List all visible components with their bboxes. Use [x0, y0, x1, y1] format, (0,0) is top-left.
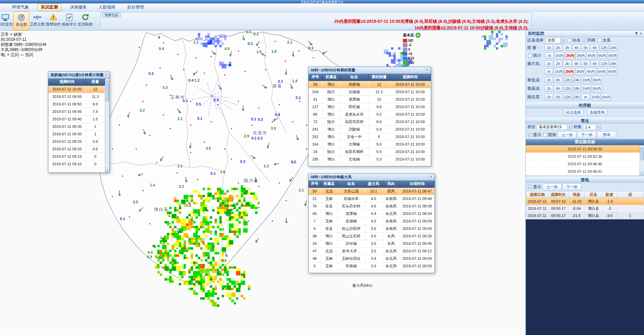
range-button-1h内[interactable]: 1h内: [581, 85, 591, 92]
radar-type-select[interactable]: 基本反射率19▼: [537, 124, 572, 130]
warning-tab[interactable]: 预警信息: [102, 13, 121, 18]
scrollbar[interactable]: ▲ ▼: [640, 145, 644, 175]
range-button-1h内[interactable]: 1h内: [581, 77, 591, 84]
table-row[interactable]: 58博白英桥镇122019-07-11 10:00: [309, 81, 431, 88]
table-row[interactable]: 2019-07-11 09:351: [48, 123, 105, 130]
checkbox-radar-show[interactable]: ✓显示: [528, 132, 541, 138]
range-button-24h[interactable]: 24h: [609, 61, 617, 67]
range-button-6h内[interactable]: 6h内: [592, 85, 602, 92]
direct-query-button[interactable]: 直接查询: [587, 109, 607, 116]
lightning-prev-button[interactable]: 上一张: [543, 183, 562, 190]
zoom-in-icon[interactable]: +: [415, 33, 421, 38]
range-button-6h[interactable]: 6h: [591, 61, 599, 67]
window-max-wind[interactable]: 08时~10时00分钟极大风 × 序号所属县站名极大风风向出现时间59北流大容山…: [308, 173, 435, 273]
table-row[interactable]: 2019-07-11 09:250.9: [48, 138, 105, 145]
range-button-m[interactable]: m: [545, 68, 553, 74]
county-select[interactable]: 全部▼: [546, 37, 565, 43]
radar-next-button[interactable]: 下一张: [577, 131, 596, 138]
range-button-4h内[interactable]: 4h内: [586, 68, 596, 75]
table-row[interactable]: 252博白文地一中62019-07-11 10:00: [309, 133, 431, 140]
table-row[interactable]: 24陆川良田石垌村5.52019-07-11 10:00: [309, 148, 431, 155]
range-button-1h[interactable]: 1h: [545, 85, 553, 91]
table-row[interactable]: 21玉林苏烟水库4.6东南风2019-07-11 09:49: [309, 195, 435, 202]
radar-image-item[interactable]: 2019-07-11 09:58:30: [526, 145, 644, 153]
scroll-up-icon[interactable]: ▲: [640, 145, 644, 150]
checkbox-radar-legend[interactable]: 图例: [543, 132, 556, 138]
range-button-24h[interactable]: 24h: [572, 85, 581, 91]
range-button-6h[interactable]: 6h: [554, 85, 562, 91]
menu-tab-后台管理[interactable]: 后台管理: [124, 4, 147, 11]
table-row[interactable]: 2019-07-1109:55:17-21.5博白县-9.51: [526, 212, 644, 219]
table-row[interactable]: 65博白龙潭镇4.4东北风2019-07-11 08:34: [309, 210, 435, 217]
table-row[interactable]: 2019-07-11 09:150: [48, 153, 105, 160]
radar-query-button[interactable]: 查询: [597, 131, 616, 138]
table-row[interactable]: 164博白大垌镇5.62019-07-11 10:00: [309, 140, 431, 148]
table-row[interactable]: 204陆川古城镇11.32019-07-11 10:00: [309, 88, 431, 96]
range-button-6h内[interactable]: 6h内: [608, 52, 618, 59]
range-button-6h[interactable]: 6h: [554, 94, 562, 100]
menu-tab-环境气象[interactable]: 环境气象: [9, 4, 32, 11]
table-row[interactable]: 2019-07-11 09:200.6: [48, 145, 105, 153]
scroll-up-icon[interactable]: ▲: [105, 79, 109, 83]
range-button-24h[interactable]: 24h: [609, 45, 617, 51]
range-button-5h内[interactable]: 5h内: [597, 52, 607, 59]
scroll-thumb[interactable]: [106, 84, 109, 101]
toolbar-button-检验评分[interactable]: 检验评分: [61, 12, 77, 30]
range-button-3h[interactable]: 3h: [563, 45, 571, 51]
table-row[interactable]: 2019-07-1109:55:17-8.04博白县-3: [526, 205, 644, 212]
range-button-2h[interactable]: 2h: [554, 61, 562, 67]
table-row[interactable]: 24博白沙河镇3.5东风2019-07-11 09:46: [309, 240, 435, 247]
range-button-12h[interactable]: 12h: [563, 77, 571, 83]
table-row[interactable]: 38博白凤山立石村3.6东风2019-07-11 09:26: [309, 232, 435, 240]
menu-tab-人影指挥[interactable]: 人影指挥: [95, 4, 119, 11]
table-row[interactable]: 2019-07-11 09:401.5: [48, 115, 105, 123]
table-row[interactable]: 76容县石头石剑村4.6东南风2019-07-11 08:08: [309, 202, 435, 210]
window-max-wind-title[interactable]: 08时~10时00分钟极大风 ×: [309, 174, 435, 181]
range-button-3h内[interactable]: 3h内: [575, 68, 585, 75]
table-row[interactable]: 48玉林玉林站旧址3.4东北风2019-07-11 09:09: [309, 255, 435, 262]
toolbar-button-预警制作[interactable]: 预警制作: [45, 12, 61, 30]
range-button-5h[interactable]: 5h: [581, 61, 590, 67]
scroll-down-icon[interactable]: ▼: [640, 171, 644, 175]
table-row[interactable]: 5玉林石南镇3.3东北风2019-07-11 09:59: [309, 262, 435, 270]
toolbar-button-实时监控[interactable]: 实时监控: [0, 12, 13, 30]
toolbar-button-卫星云图[interactable]: 卫星云图: [29, 12, 45, 30]
range-button-24h[interactable]: 24h: [572, 94, 581, 100]
lightning-next-button[interactable]: 下一张: [562, 183, 581, 190]
window-accum-rain[interactable]: 08时~10时00分钟累积雨量 × 序号所属县站名累积雨量观测时间58博白英桥镇…: [308, 67, 431, 166]
range-button-1h[interactable]: 1h: [545, 61, 553, 67]
menu-tab-实况监测[interactable]: 实况监测: [37, 3, 61, 11]
checkbox-water[interactable]: 水系: [598, 37, 611, 43]
radar-prev-button[interactable]: 上一张: [557, 131, 577, 138]
range-button-24h[interactable]: 24h: [572, 77, 581, 83]
window-rain-5min-title[interactable]: 英桥镇(N5702)逐5分钟累计雨量 ×: [48, 72, 109, 79]
scrollbar[interactable]: ▲ ▼: [105, 79, 109, 172]
table-row[interactable]: 2019-07-1109:57:13-11.03博白县-1.4: [526, 198, 644, 205]
range-button-m[interactable]: m: [545, 52, 554, 58]
checkbox-lightning-show[interactable]: ✓显示: [528, 184, 541, 190]
radar-image-item[interactable]: 2019-07-11 09:40:51: [526, 168, 644, 175]
checkbox-station-name[interactable]: 站名: [568, 37, 581, 43]
radar-image-item[interactable]: 2019-07-11 09:52:36: [526, 153, 644, 160]
close-icon[interactable]: ×: [104, 73, 108, 77]
range-button-4h[interactable]: 4h: [572, 61, 581, 67]
radar-image-item[interactable]: 2019-07-11 09:46:45: [526, 160, 644, 168]
table-row[interactable]: 72陆川良田车田村8.62019-07-11 10:00: [309, 118, 431, 125]
checkbox-statistics[interactable]: 统计: [528, 53, 544, 58]
table-row[interactable]: 61博白龙潭镇102019-07-11 10:00: [309, 96, 431, 103]
range-button-4h[interactable]: 4h: [572, 45, 581, 51]
range-button-1h[interactable]: 1h: [545, 94, 553, 100]
range-button-1h[interactable]: 1h: [545, 45, 553, 51]
scroll-down-icon[interactable]: ▼: [105, 168, 109, 172]
table-row[interactable]: 2019-07-11 09:5511.3: [48, 93, 105, 100]
range-button-2h内[interactable]: 2h内: [565, 52, 575, 59]
range-button-6h内[interactable]: 6h内: [601, 94, 611, 101]
map-canvas[interactable]: 1.72.180.42.14.52.11.61.51.43.31.22.22.1…: [0, 31, 525, 335]
station-select-button[interactable]: 站点选择: [564, 109, 583, 116]
range-button-12h[interactable]: 12h: [600, 45, 608, 51]
range-button-5h[interactable]: 5h: [581, 45, 590, 51]
window-accum-rain-title[interactable]: 08时~10时00分钟累积雨量 ×: [309, 67, 431, 74]
checkbox-list[interactable]: ✓列表: [583, 37, 596, 43]
table-row[interactable]: 2019-07-11 09:457.6: [48, 108, 105, 115]
table-row[interactable]: 241博白沙陂镇6.92019-07-11 10:00: [309, 125, 431, 133]
